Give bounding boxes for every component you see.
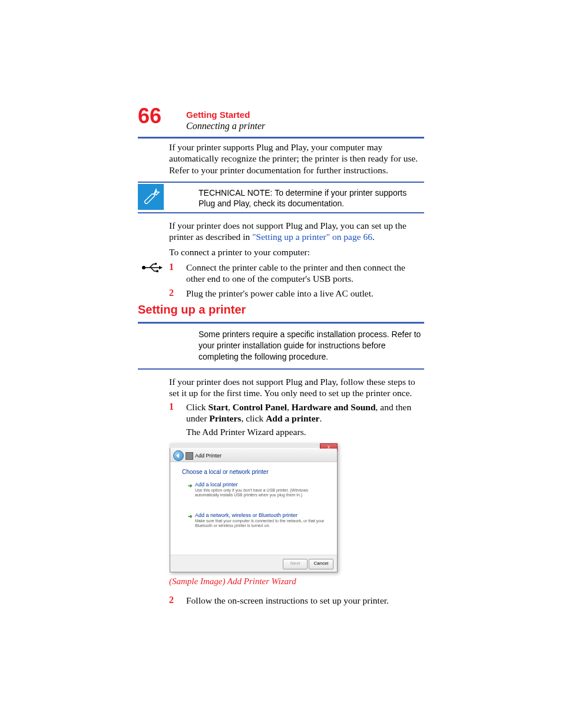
arrow-right-icon: ➔ <box>188 483 193 489</box>
step-number-2: 2 <box>169 288 174 298</box>
printer-icon <box>186 452 193 460</box>
note-rule-bottom <box>138 212 424 213</box>
step-1-text: Connect the printer cable to the printer… <box>186 262 424 285</box>
svg-rect-2 <box>155 263 157 265</box>
section-subtitle: Connecting a printer <box>186 121 265 131</box>
option2-title: Add a network, wireless or Bluetooth pri… <box>195 512 325 518</box>
wrench-icon-svg <box>139 185 163 209</box>
technical-note-label: TECHNICAL NOTE: <box>199 188 273 197</box>
para2-b: . <box>372 232 375 242</box>
note2-rule <box>138 368 424 370</box>
t1a: Click <box>186 402 208 412</box>
bold-control-panel: Control Panel <box>233 402 287 412</box>
step-2b-text: Follow the on-screen instructions to set… <box>186 595 424 606</box>
step-number-1b: 1 <box>169 401 174 412</box>
t1e: , <box>287 402 292 412</box>
intro-paragraph: If your printer supports Plug and Play, … <box>169 141 424 176</box>
bold-start: Start <box>208 402 228 412</box>
t1c: , <box>228 402 233 412</box>
option1-title: Add a local printer <box>195 482 325 487</box>
dialog-heading: Choose a local or network printer <box>182 469 269 475</box>
step-1b-text: Click Start, Control Panel, Hardware and… <box>186 401 424 424</box>
cancel-button[interactable]: Cancel <box>309 559 333 569</box>
header-rule <box>138 137 424 139</box>
paragraph-to-connect: To connect a printer to your computer: <box>169 246 424 258</box>
step-2-text: Plug the printer's power cable into a li… <box>186 288 424 299</box>
option-add-local-printer[interactable]: ➔ Add a local printer Use this option on… <box>188 482 325 498</box>
heading-setting-up-printer: Setting up a printer <box>138 303 246 317</box>
bold-hardware-sound: Hardware and Sound <box>292 402 376 412</box>
svg-point-3 <box>156 270 158 272</box>
option-add-network-printer[interactable]: ➔ Add a network, wireless or Bluetooth p… <box>188 512 325 529</box>
t1i: , click <box>241 413 266 423</box>
paragraph-no-plug-and-play: If your printer does not support Plug an… <box>169 220 424 243</box>
bold-add-printer: Add a printer <box>266 413 319 423</box>
t1k: . <box>319 413 322 423</box>
usb-icon <box>141 262 163 274</box>
option2-desc: Make sure that your computer is connecte… <box>195 519 325 529</box>
step-number-2b: 2 <box>169 595 174 605</box>
option1-desc: Use this option only if you don't have a… <box>195 488 325 498</box>
dialog-title: Add Printer <box>195 453 222 459</box>
heading-rule <box>138 322 424 324</box>
back-button-icon[interactable] <box>173 450 184 461</box>
step-number-1: 1 <box>169 262 174 272</box>
figure-caption: (Sample Image) Add Printer Wizard <box>169 577 296 587</box>
arrow-right-icon: ➔ <box>188 513 193 519</box>
bold-printers: Printers <box>209 413 241 423</box>
add-printer-dialog: X Add Printer Choose a local or network … <box>170 443 338 572</box>
dialog-title-frame <box>170 443 338 448</box>
paragraph-wizard-appears: The Add Printer Wizard appears. <box>186 426 424 437</box>
dialog-footer: Next Cancel <box>170 555 337 572</box>
page-number: 66 <box>138 104 161 129</box>
chapter-title: Getting Started <box>186 110 250 120</box>
note-rule-top <box>138 182 424 183</box>
installation-note: Some printers require a specific install… <box>199 329 424 363</box>
cross-reference-link[interactable]: "Setting up a printer" on page 66 <box>252 232 372 242</box>
paragraph-follow-steps: If your printer does not support Plug an… <box>169 376 424 399</box>
next-button[interactable]: Next <box>283 559 308 569</box>
technical-note: TECHNICAL NOTE: To determine if your pri… <box>199 187 424 209</box>
